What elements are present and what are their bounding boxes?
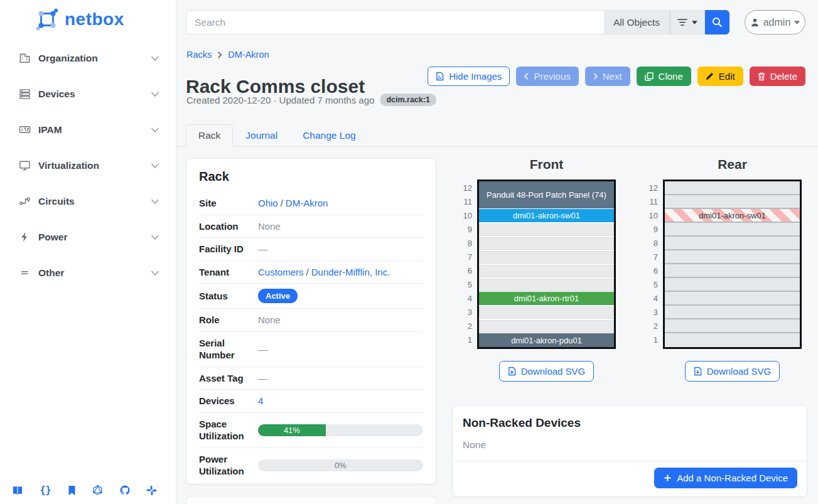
building-icon: [19, 52, 31, 64]
sidebar-item-circuits[interactable]: Circuits: [0, 183, 176, 219]
rack-card-title: Rack: [199, 169, 423, 184]
object-tabs: Rack Journal Change Log: [176, 124, 818, 147]
empty-slot-u8[interactable]: [479, 237, 614, 250]
breadcrumb-dm-akron[interactable]: DM-Akron: [228, 50, 269, 60]
field-devices: Devices 4: [199, 390, 423, 413]
rear-slot-u8[interactable]: [665, 237, 800, 250]
sidebar-item-ipam[interactable]: IPAM: [0, 112, 176, 147]
monitor-icon: [19, 159, 31, 171]
status-badge: Active: [258, 289, 298, 303]
empty-slot-u2[interactable]: [479, 319, 614, 333]
rack-device-pdu[interactable]: dmi01-akron-pdu01: [479, 333, 614, 347]
sidebar-item-organization[interactable]: Organization: [0, 40, 176, 76]
clone-button[interactable]: Clone: [637, 67, 691, 86]
power-utilization-bar: 0%: [258, 459, 423, 471]
rear-slot-u12[interactable]: [665, 181, 800, 195]
non-racked-title: Non-Racked Devices: [453, 405, 807, 430]
search-filter-button[interactable]: [670, 10, 705, 35]
created-updated-text: Created 2020-12-20 · Updated 7 months ag…: [186, 95, 374, 105]
docs-book-icon[interactable]: [12, 485, 24, 496]
api-docs-bookmark-icon[interactable]: [67, 485, 77, 496]
netbox-logo[interactable]: netbox: [0, 0, 176, 31]
plus-icon: [664, 474, 672, 482]
rear-slot-u6[interactable]: [665, 264, 800, 278]
chevron-down-icon: [151, 91, 159, 97]
rack-device-switch[interactable]: dmi01-akron-sw01: [479, 209, 614, 223]
sidebar-item-devices[interactable]: Devices: [0, 76, 176, 112]
caret-down-icon: [794, 21, 800, 24]
sidebar-footer: {}: [12, 485, 157, 496]
devices-count-link[interactable]: 4: [258, 395, 263, 406]
sidebar-item-other[interactable]: Other: [0, 255, 176, 291]
search-input[interactable]: [186, 10, 604, 35]
breadcrumb-racks[interactable]: Racks: [186, 50, 212, 60]
rear-slot-u4[interactable]: [665, 292, 800, 306]
rear-device-switch[interactable]: dmi01-akron-sw01: [665, 209, 800, 223]
rear-slot-u2[interactable]: [665, 319, 800, 333]
chevron-down-icon: [151, 127, 159, 133]
tenant-link[interactable]: Dunder-Mifflin, Inc.: [311, 267, 390, 277]
empty-slot-u5[interactable]: [479, 278, 614, 292]
chevron-right-icon: [217, 51, 222, 58]
rear-slot-u9[interactable]: [665, 223, 800, 237]
front-unit-numbers: 121110987654321: [461, 180, 477, 349]
tab-rack[interactable]: Rack: [186, 124, 233, 147]
netbox-logo-icon: [35, 8, 59, 31]
rear-slot-u3[interactable]: [665, 306, 800, 319]
rack-device-patch-panel[interactable]: Panduit 48-Port Patch Panel (74): [479, 181, 614, 209]
front-elevation: Front 121110987654321 Panduit 48-Port Pa…: [461, 157, 618, 382]
object-id-badge: dcim.rack:1: [380, 94, 436, 106]
previous-button[interactable]: Previous: [516, 67, 578, 86]
site-link[interactable]: Ohio: [258, 198, 278, 208]
pencil-icon: [706, 72, 714, 80]
chevron-left-icon: [524, 73, 529, 80]
rear-rack: dmi01-akron-sw01: [663, 180, 802, 349]
rear-elevation: Rear 121110987654321 dmi01-akron-sw01 Do…: [647, 157, 804, 382]
front-rack: Panduit 48-Port Patch Panel (74) dmi01-a…: [477, 180, 616, 349]
empty-slot-u7[interactable]: [479, 250, 614, 264]
filter-lines-icon: [677, 18, 687, 26]
sidebar-item-label: Devices: [38, 88, 75, 100]
rack-device-router[interactable]: dmi01-akron-rtr01: [479, 292, 614, 306]
space-utilization-bar: 41%: [258, 424, 423, 436]
global-search-bar: All Objects: [186, 10, 729, 35]
search-scope-button[interactable]: All Objects: [604, 10, 670, 35]
field-location: Location None: [199, 215, 423, 239]
empty-slot-u9[interactable]: [479, 223, 614, 237]
rear-slot-u7[interactable]: [665, 250, 800, 264]
sidebar-item-power[interactable]: Power: [0, 219, 176, 255]
slack-icon[interactable]: [146, 485, 157, 496]
tenant-group-link[interactable]: Customers: [258, 267, 304, 277]
sidebar-item-virtualization[interactable]: Virtualization: [0, 147, 176, 183]
github-icon[interactable]: [119, 485, 131, 496]
search-submit-button[interactable]: [705, 10, 729, 35]
user-menu-button[interactable]: admin: [745, 10, 805, 35]
next-card-top-edge: [186, 496, 436, 504]
rear-download-svg-button[interactable]: Download SVG: [685, 361, 780, 382]
object-actions: Hide Images Previous Next Clone Edit Del…: [428, 67, 805, 86]
tab-journal[interactable]: Journal: [233, 124, 290, 147]
rear-slot-u11[interactable]: [665, 195, 800, 209]
chevron-down-icon: [151, 270, 159, 276]
empty-slot-u6[interactable]: [479, 264, 614, 278]
tab-change-log[interactable]: Change Log: [290, 124, 368, 147]
rear-unit-numbers: 121110987654321: [647, 180, 663, 349]
chevron-down-icon: [151, 55, 159, 62]
empty-slot-u3[interactable]: [479, 306, 614, 319]
hide-images-button[interactable]: Hide Images: [428, 67, 510, 86]
non-racked-empty-text: None: [453, 430, 807, 461]
next-button[interactable]: Next: [585, 67, 630, 86]
rack-group-link[interactable]: DM-Akron: [286, 198, 328, 208]
sidebar-item-label: Power: [38, 232, 68, 243]
field-tenant: Tenant Customers/Dunder-Mifflin, Inc.: [199, 261, 423, 284]
add-non-racked-device-button[interactable]: Add a Non-Racked Device: [654, 468, 797, 488]
field-asset-tag: Asset Tag —: [199, 367, 423, 390]
delete-button[interactable]: Delete: [750, 67, 805, 86]
graphql-icon[interactable]: [92, 485, 103, 496]
edit-button[interactable]: Edit: [697, 67, 743, 86]
rest-api-braces-icon[interactable]: {}: [40, 485, 51, 496]
sidebar-item-label: Circuits: [38, 196, 75, 207]
rear-slot-u1[interactable]: [665, 333, 800, 347]
rear-slot-u5[interactable]: [665, 278, 800, 292]
front-download-svg-button[interactable]: Download SVG: [499, 361, 595, 382]
